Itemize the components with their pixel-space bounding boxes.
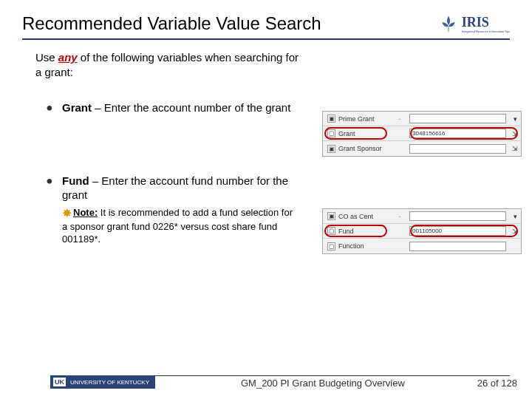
note-block: ✸Note: It is recommended to add a fund s…: [62, 206, 299, 245]
row-label: CO as Cent: [338, 213, 390, 220]
row-input[interactable]: [409, 242, 506, 251]
snippet-row: ▣ CO as Cent · ▾: [323, 209, 521, 224]
expand-icon[interactable]: ▢: [327, 227, 335, 235]
intro-emphasis: any: [58, 51, 78, 64]
row-label: Grant: [338, 130, 390, 137]
form-snippet-fund: ▣ CO as Cent · ▾ ▢ Fund 001105000 ⇲ ▢ Fu…: [322, 208, 522, 254]
bullet-dot-icon: •: [46, 103, 62, 115]
snippet-row-highlighted: ▢ Grant 3048156616 ⇲: [323, 126, 521, 141]
bullet-dot-icon: •: [46, 176, 62, 188]
bullet-desc: – Enter the account number of the grant: [92, 101, 290, 114]
lookup-icon[interactable]: ⇲: [509, 228, 521, 235]
expand-icon[interactable]: ▣: [327, 145, 335, 153]
note-label: Note:: [73, 207, 98, 218]
uk-logo-badge: UK: [53, 378, 66, 386]
footer-page-number: 26 of 128: [477, 378, 517, 389]
expand-icon[interactable]: ▣: [327, 212, 335, 220]
snippet-row: ▣ Prime Grant · ▾: [323, 112, 521, 126]
iris-flower-icon: [438, 13, 459, 34]
snippet-row: ▣ Grant Sponsor ⇲: [323, 141, 521, 156]
page-title: Recommended Variable Value Search: [22, 13, 321, 34]
bullet-desc: – Enter the account fund number for the …: [62, 174, 288, 201]
form-snippet-grant: ▣ Prime Grant · ▾ ▢ Grant 3048156616 ⇲ ▣…: [322, 111, 522, 157]
note-star-icon: ✸: [62, 207, 72, 219]
dropdown-icon[interactable]: ▾: [509, 115, 521, 123]
uk-logo-text: UNIVERSITY OF KENTUCKY: [70, 379, 149, 386]
lookup-icon[interactable]: ⇲: [509, 130, 521, 137]
uk-logo: UK UNIVERSITY OF KENTUCKY: [50, 375, 155, 389]
row-mid: ·: [393, 213, 406, 220]
iris-logo-text: IRIS: [462, 15, 510, 30]
header-divider: [22, 38, 510, 40]
row-input[interactable]: 001105000: [409, 226, 506, 236]
row-input[interactable]: [409, 144, 506, 154]
footer-doc-title: GM_200 PI Grant Budgeting Overview: [168, 378, 477, 389]
row-mid: ·: [393, 115, 406, 123]
row-label: Function: [338, 242, 390, 250]
iris-logo-subtext: Integrated Resource Information Sys: [462, 30, 510, 33]
row-input[interactable]: [409, 114, 506, 123]
row-input[interactable]: [409, 211, 506, 221]
row-label: Fund: [338, 228, 390, 235]
snippet-row: ▢ Function: [323, 239, 521, 253]
iris-logo: IRIS Integrated Resource Information Sys: [438, 13, 510, 34]
row-label: Grant Sponsor: [338, 145, 390, 152]
expand-icon[interactable]: ▣: [327, 115, 335, 123]
dropdown-icon[interactable]: ▾: [509, 213, 521, 220]
footer: UK UNIVERSITY OF KENTUCKY GM_200 PI Gran…: [0, 375, 532, 389]
expand-icon[interactable]: ▢: [327, 242, 335, 250]
snippet-row-highlighted: ▢ Fund 001105000 ⇲: [323, 224, 521, 239]
bullet-term: Fund: [62, 174, 89, 187]
row-input[interactable]: 3048156616: [409, 129, 506, 138]
intro-text: Use any of the following variables when …: [35, 50, 301, 79]
bullet-term: Grant: [62, 101, 92, 114]
row-label: Prime Grant: [338, 115, 390, 123]
expand-icon[interactable]: ▢: [327, 129, 335, 137]
lookup-icon[interactable]: ⇲: [509, 145, 521, 152]
